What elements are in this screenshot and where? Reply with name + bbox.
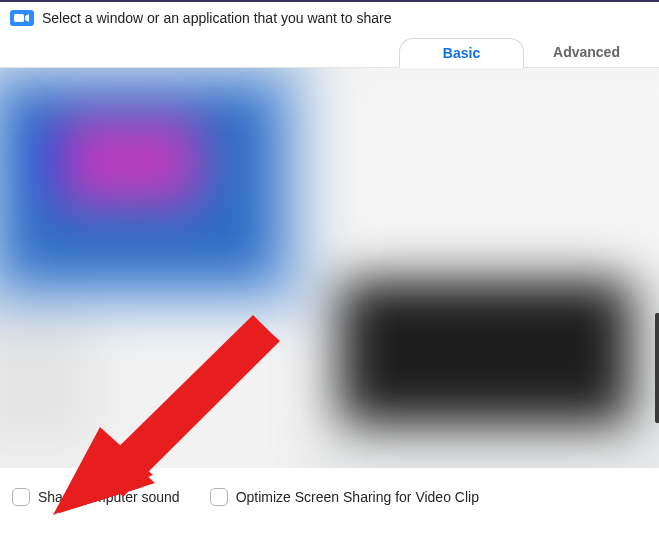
optimize-label: Optimize Screen Sharing for Video Clip xyxy=(236,489,479,505)
tab-advanced[interactable]: Advanced xyxy=(524,37,649,67)
checkbox-icon[interactable] xyxy=(12,488,30,506)
share-options-row: Share computer sound Optimize Screen Sha… xyxy=(0,468,659,512)
scroll-handle[interactable] xyxy=(655,313,659,423)
share-source-grid[interactable] xyxy=(0,68,659,468)
dialog-title: Select a window or an application that y… xyxy=(42,10,391,26)
share-sound-label: Share computer sound xyxy=(38,489,180,505)
share-tabs: Basic Advanced xyxy=(0,32,659,68)
share-computer-sound-option[interactable]: Share computer sound xyxy=(12,488,180,506)
dialog-header: Select a window or an application that y… xyxy=(0,0,659,32)
blurred-preview-content xyxy=(0,68,659,468)
zoom-logo-icon xyxy=(10,10,34,26)
tab-basic[interactable]: Basic xyxy=(399,38,524,68)
optimize-video-option[interactable]: Optimize Screen Sharing for Video Clip xyxy=(210,488,479,506)
svg-rect-0 xyxy=(14,14,24,22)
checkbox-icon[interactable] xyxy=(210,488,228,506)
